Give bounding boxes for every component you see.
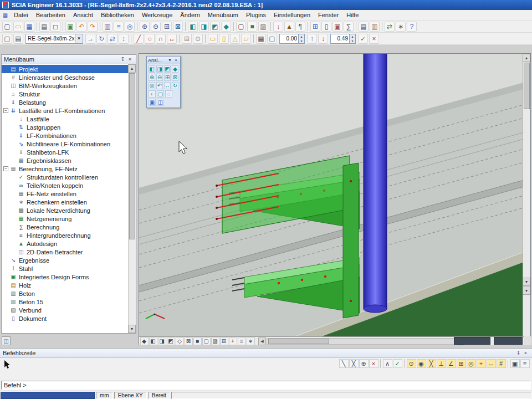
perspective-icon[interactable]: ◇ — [176, 337, 184, 345]
zoom-window-icon[interactable]: ⊞ — [162, 22, 172, 32]
zoom-all-icon[interactable]: ⊠ — [173, 22, 183, 32]
dimension-line-icon[interactable]: ↔ — [167, 34, 177, 44]
close-icon[interactable]: × — [173, 57, 179, 63]
tree-item-beton-15[interactable]: ▥Beton 15 — [2, 298, 128, 306]
scroll-down-icon[interactable]: ▼ — [523, 278, 530, 286]
menu-hilfe[interactable]: Hilfe — [342, 11, 362, 19]
snap-orthogonal-icon[interactable]: + — [477, 359, 486, 368]
wireframe-mode-icon[interactable]: ▢ — [236, 22, 246, 32]
accept-icon[interactable]: ✓ — [358, 34, 368, 44]
rotate-view-icon[interactable]: ↻ — [172, 82, 178, 89]
tree-item-lastf-lle-und-lf-kombinationen[interactable]: −⇊Lastfälle und LF-Kombinationen — [2, 106, 128, 115]
viewport-v-scrollbar[interactable]: ▲ ▼ ▼ — [523, 54, 530, 336]
menu-fenster[interactable]: Fenster — [314, 11, 342, 19]
menu-einstellungen[interactable]: Einstellungen — [270, 11, 314, 19]
pin-icon[interactable]: ↧ — [119, 56, 126, 63]
view-options-icon[interactable]: ∗ — [247, 337, 255, 345]
scroll-up-icon[interactable]: ▲ — [128, 64, 136, 73]
snap-grid-points-icon[interactable]: ⊞ — [457, 359, 466, 368]
column[interactable] — [364, 54, 387, 309]
tree-scrollbar[interactable]: ▲ ▼ — [128, 64, 136, 333]
menu-bibliotheken[interactable]: Bibliotheken — [97, 11, 138, 19]
shade-mode-icon[interactable]: ▨ — [211, 337, 219, 345]
menu-plugins[interactable]: Plugins — [242, 11, 270, 19]
view-front-icon[interactable]: ◧ — [188, 22, 198, 32]
scroll-down-icon[interactable]: ▼ — [128, 325, 136, 333]
tree-item-lastgruppen[interactable]: ⇅Lastgruppen — [2, 123, 128, 131]
snap-arc-center-icon[interactable]: ◎ — [467, 359, 476, 368]
axonometric-view-icon[interactable]: ◆ — [172, 65, 178, 73]
tree-item-stahlbeton-lfk[interactable]: ⇓Stahlbeton-LFK — [2, 148, 128, 156]
docked-panel-tab[interactable]: ◫ — [2, 336, 11, 345]
tree-item-autodesign[interactable]: ▲Autodesign — [2, 239, 128, 248]
view-palette-header[interactable]: Ansi... ▾ × — [147, 57, 180, 64]
column-channel[interactable] — [343, 163, 359, 318]
collapse-icon[interactable]: − — [3, 108, 8, 113]
snap-midpoint-icon[interactable]: ⊙ — [407, 359, 416, 368]
selection-cross-icon[interactable]: ╳ — [349, 359, 359, 368]
view-axo-icon[interactable]: ◆ — [221, 22, 231, 32]
select-by-property-icon[interactable]: ▦ — [256, 34, 266, 44]
redo-icon[interactable]: ↷ — [88, 22, 98, 32]
activities-icon[interactable]: ◎ — [125, 22, 135, 32]
tree-item-dokument[interactable]: ▯Dokument — [2, 314, 128, 323]
snap-intersection-icon[interactable]: ╳ — [427, 359, 436, 368]
snap-line-points-icon[interactable]: ↔ — [487, 359, 496, 368]
menu-ansicht[interactable]: Ansicht — [69, 11, 97, 19]
snap-angle-icon[interactable]: ∠ — [447, 359, 456, 368]
tree-item-stahl[interactable]: IStahl — [2, 264, 128, 273]
view-settings-icon[interactable]: ▣ — [149, 99, 156, 106]
grid-snap-icon[interactable]: ⊞ — [182, 34, 192, 44]
tree-item-strukturdaten-kontrollieren[interactable]: ✓Strukturdaten kontrollieren — [2, 173, 128, 181]
selection-remove-icon[interactable]: × — [369, 359, 378, 368]
visibility-icon[interactable]: ◐ — [149, 90, 156, 98]
zoom-selection-icon[interactable]: ◎ — [149, 82, 155, 89]
spin-up-icon[interactable]: ▲ — [350, 34, 355, 39]
zoom-all-icon[interactable]: ⊠ — [172, 74, 178, 81]
dot-grid-settings-icon[interactable]: ▣ — [510, 359, 520, 368]
snap-endpoint-icon[interactable]: ◉ — [417, 359, 426, 368]
new-panel-icon[interactable]: ▭ — [208, 34, 218, 44]
tree-item-ergebnisklassen[interactable]: ▦Ergebnisklassen — [2, 156, 128, 165]
selection-line-icon[interactable]: ╲ — [339, 359, 349, 368]
view-side-icon[interactable]: ◨ — [199, 22, 209, 32]
view-parameters-icon[interactable]: ◫ — [157, 99, 164, 106]
transparent-mode-icon[interactable]: ▨ — [258, 22, 268, 32]
layers-icon[interactable]: ≡ — [114, 22, 124, 32]
scale-spinner-2[interactable]: 0.49 ▲▼ — [330, 34, 356, 44]
tree-item-belastung[interactable]: ⇓Belastung — [2, 98, 128, 106]
scroll-down-icon[interactable]: ▼ — [523, 287, 530, 295]
viewport-3d-scene[interactable] — [139, 54, 524, 336]
layer-up-icon[interactable]: ↑ — [307, 34, 317, 44]
new-wall-icon[interactable]: ▯ — [219, 34, 229, 44]
show-loads-icon[interactable]: ↓ — [273, 22, 283, 32]
tree-item-linienraster-und-geschosse[interactable]: #Linienraster und Geschosse — [2, 73, 128, 81]
tree-item-holz[interactable]: ▤Holz — [2, 281, 128, 289]
h-scroll-thumb[interactable] — [268, 339, 329, 344]
draw-circle-icon[interactable]: ○ — [145, 34, 155, 44]
h-scroll-track[interactable] — [267, 338, 455, 345]
tree-item-ergebnisse[interactable]: ↘Ergebnisse — [2, 256, 128, 264]
tree-item-rechenkern-einstellen[interactable]: ∗Rechenkern einstellen — [2, 198, 128, 206]
view-x-icon[interactable]: ◧ — [149, 65, 155, 73]
filter-accept-icon[interactable]: ✓ — [393, 359, 402, 368]
project-database-icon[interactable]: ▥ — [103, 22, 112, 32]
zoom-out-icon[interactable]: ⊖ — [151, 22, 161, 32]
pin-icon[interactable]: ↧ — [515, 350, 522, 357]
cursor-snap-icon[interactable]: ⊙ — [193, 34, 203, 44]
undo-icon[interactable]: ↶ — [76, 22, 86, 32]
picture-gallery-icon[interactable]: ▣ — [332, 22, 342, 32]
workstation-icon[interactable]: ▢ — [2, 34, 12, 44]
viewport-h-scrollbar[interactable]: ◀ ▶ — [258, 337, 464, 345]
menu-men-baum[interactable]: Menübaum — [204, 11, 242, 19]
show-axes-icon[interactable]: + — [229, 337, 237, 345]
menu-datei[interactable]: Datei — [10, 11, 32, 19]
tree-item-berechnung-fe-netz[interactable]: −▦Berechnung, FE-Netz — [2, 165, 128, 173]
snap-raster-icon[interactable]: # — [497, 359, 506, 368]
wireframe-mode-icon[interactable]: ▢ — [202, 337, 211, 345]
chevron-down-icon[interactable]: ▾ — [167, 57, 173, 63]
zoom-in-icon[interactable]: ⊕ — [140, 22, 150, 32]
command-list-icon[interactable]: ≡ — [520, 359, 530, 368]
project-combo[interactable]: RE-Segel-8x8m-2x2 ▼ — [25, 34, 83, 44]
draw-arc-icon[interactable]: ∩ — [156, 34, 166, 44]
